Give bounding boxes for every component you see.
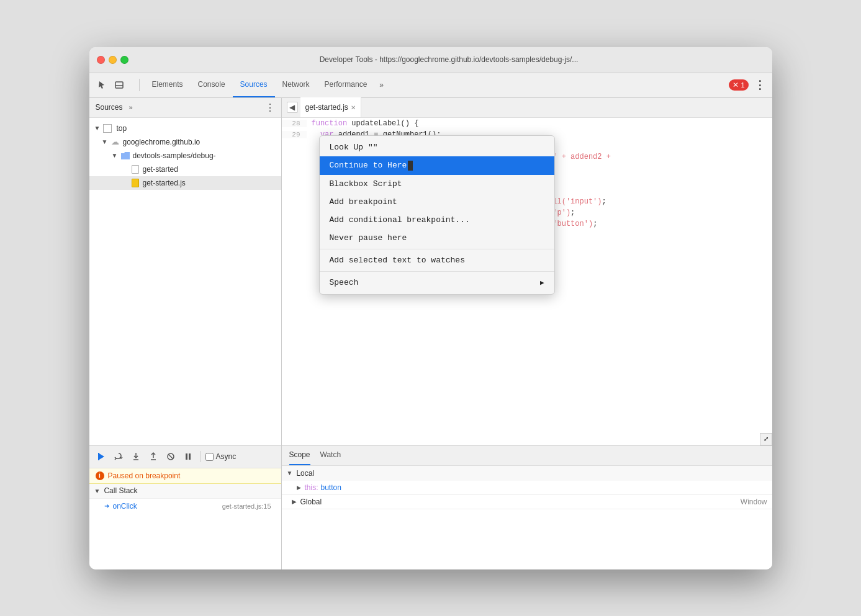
window-label: Window — [741, 498, 767, 506]
call-item-file: get-started.js:15 — [222, 502, 271, 510]
call-item-name-label: onClick — [113, 502, 137, 511]
menu-item-lookup[interactable]: Look Up "" — [320, 138, 554, 156]
menu-item-speech[interactable]: Speech ▶ — [320, 274, 554, 292]
scope-global-section: ▶ Global Window — [282, 495, 772, 509]
tab-more-button[interactable]: » — [374, 81, 389, 89]
tab-network[interactable]: Network — [275, 73, 317, 97]
scope-global-row: ▶ Global Window — [282, 495, 772, 509]
code-area[interactable]: 28 function updateLabel() { 29 var adden… — [282, 118, 772, 445]
code-tab-nav-back[interactable]: ◀ — [287, 102, 298, 113]
svg-line-10 — [168, 454, 173, 459]
debugger-controls: Async — [89, 446, 281, 468]
main-content: Sources » ⋮ ▼ top ▼ ☁ googlechrome.githu… — [89, 98, 772, 445]
bottom-panel: Async i Paused on breakpoint ▼ Call Stac… — [89, 445, 772, 569]
tab-bar-right: ✕ 1 ⋮ — [729, 78, 767, 92]
debug-step-out-btn[interactable] — [147, 450, 160, 463]
tree-item-github[interactable]: ▼ ☁ googlechrome.github.io — [89, 135, 281, 149]
tree-item-devtools[interactable]: ▼ devtools-samples/debug- — [89, 149, 281, 163]
tab-bar: Elements Console Sources Network Perform… — [89, 73, 772, 98]
scope-content: ▼ Local ▶ this: button ▶ Global — [282, 466, 772, 569]
left-panel-more[interactable]: » — [129, 104, 133, 111]
svg-rect-3 — [98, 453, 99, 460]
menu-item-never-pause[interactable]: Never pause here — [320, 229, 554, 247]
tree-item-top[interactable]: ▼ top — [89, 122, 281, 135]
close-button[interactable] — [97, 56, 105, 64]
left-panel-header: Sources » ⋮ — [89, 98, 281, 118]
code-tab-get-started-js[interactable]: get-started.js ✕ — [300, 97, 361, 117]
menu-item-continue[interactable]: Continue to Here — [320, 156, 554, 175]
more-menu-icon[interactable]: ⋮ — [752, 78, 767, 92]
global-arrow: ▶ — [292, 498, 297, 505]
minimize-button[interactable] — [109, 56, 117, 64]
menu-separator-2 — [320, 271, 554, 272]
code-after-menu: ' + ' + addend2 + torAll('input'); — [530, 140, 772, 230]
scope-tabs: Scope Watch — [282, 446, 772, 466]
this-val: button — [321, 483, 341, 492]
debug-pause-btn[interactable] — [181, 450, 195, 463]
expand-icon[interactable]: ⤢ — [760, 433, 772, 445]
code-tab-label: get-started.js — [305, 103, 348, 112]
call-stack-header[interactable]: ▼ Call Stack — [89, 484, 281, 499]
file-tree: ▼ top ▼ ☁ googlechrome.github.io ▼ — [89, 118, 281, 445]
scope-this-item: ▶ this: button — [282, 481, 772, 494]
call-stack-label: Call Stack — [104, 486, 137, 495]
debug-deactivate-btn[interactable] — [164, 450, 178, 463]
menu-item-add-watches[interactable]: Add selected text to watches — [320, 251, 554, 269]
menu-item-blackbox[interactable]: Blackbox Script — [320, 175, 554, 193]
menu-item-add-breakpoint[interactable]: Add breakpoint — [320, 193, 554, 211]
svg-rect-12 — [189, 453, 191, 460]
this-prop: this: — [305, 483, 318, 492]
tab-scope[interactable]: Scope — [289, 445, 310, 465]
code-tabs: ◀ get-started.js ✕ — [282, 98, 772, 118]
paused-banner: i Paused on breakpoint — [89, 468, 281, 484]
call-item-arrow: ➜ — [104, 502, 109, 509]
global-label: Global — [300, 498, 322, 506]
code-line-28: 28 function updateLabel() { — [282, 118, 772, 129]
right-panel: ◀ get-started.js ✕ 28 function updateLab… — [282, 98, 772, 445]
context-menu: Look Up "" Continue to Here Blackbox Scr… — [319, 135, 555, 295]
debug-step-over-btn[interactable] — [112, 450, 125, 463]
menu-separator — [320, 249, 554, 249]
scope-local-header[interactable]: ▼ Local — [282, 466, 772, 481]
svg-rect-0 — [115, 82, 123, 88]
cursor-indicator — [408, 161, 413, 171]
bottom-right-panel: Scope Watch ▼ Local ▶ this: bu — [282, 446, 772, 569]
async-checkbox-input[interactable] — [205, 453, 214, 461]
title-bar: Developer Tools - https://googlechrome.g… — [89, 47, 772, 73]
svg-rect-11 — [186, 453, 187, 460]
async-checkbox[interactable]: Async — [205, 452, 237, 461]
dock-icon[interactable] — [112, 78, 127, 92]
debug-divider — [200, 451, 201, 462]
this-expand[interactable]: ▶ — [297, 484, 301, 491]
tree-item-get-started[interactable]: ▶ get-started — [89, 163, 281, 176]
traffic-lights — [97, 56, 128, 64]
tab-sources[interactable]: Sources — [233, 73, 275, 97]
left-panel-dots[interactable]: ⋮ — [265, 102, 275, 114]
tab-console[interactable]: Console — [191, 73, 233, 97]
debug-step-into-btn[interactable] — [129, 450, 143, 463]
left-panel-title: Sources — [96, 103, 123, 112]
call-stack-arrow: ▼ — [94, 488, 101, 494]
toolbar-icons — [94, 78, 127, 92]
error-badge[interactable]: ✕ 1 — [729, 79, 748, 91]
tree-item-get-started-js[interactable]: ▶ get-started.js — [89, 176, 281, 190]
code-tab-close[interactable]: ✕ — [351, 104, 356, 111]
submenu-arrow: ▶ — [540, 279, 544, 287]
tab-watch[interactable]: Watch — [320, 445, 341, 465]
local-label: Local — [296, 469, 314, 478]
debug-resume-btn[interactable] — [94, 450, 108, 463]
tab-performance[interactable]: Performance — [317, 73, 375, 97]
menu-item-conditional-breakpoint[interactable]: Add conditional breakpoint... — [320, 211, 554, 229]
cursor-icon[interactable] — [94, 78, 109, 92]
call-stack-item-onclick[interactable]: ➜ onClick get-started.js:15 — [89, 499, 281, 514]
tab-elements[interactable]: Elements — [145, 73, 191, 97]
info-icon: i — [96, 471, 104, 480]
scope-global-header[interactable]: ▶ Global — [287, 494, 741, 509]
tab-divider — [139, 79, 140, 91]
close-icon: ✕ — [733, 81, 739, 89]
devtools-window: Developer Tools - https://googlechrome.g… — [89, 47, 772, 569]
call-stack-section: ▼ Call Stack ➜ onClick get-started.js:15 — [89, 484, 281, 569]
scope-local-section: ▼ Local ▶ this: button — [282, 466, 772, 495]
bottom-left-panel: Async i Paused on breakpoint ▼ Call Stac… — [89, 446, 282, 569]
maximize-button[interactable] — [120, 56, 128, 64]
